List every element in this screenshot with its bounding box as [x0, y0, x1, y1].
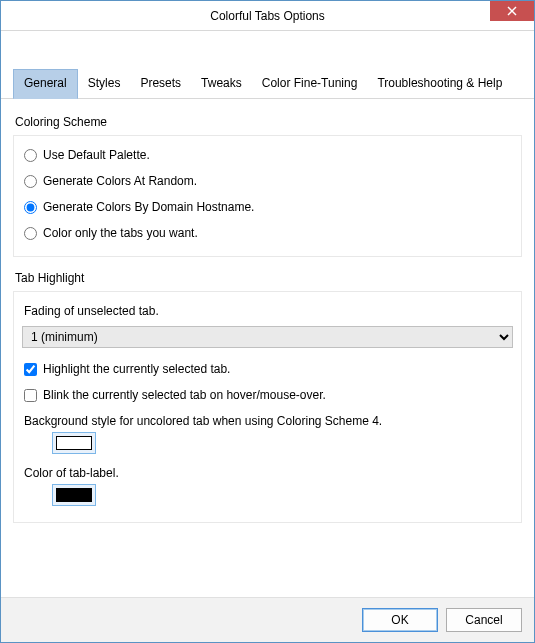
cancel-button[interactable]: Cancel: [446, 608, 522, 632]
tab-presets[interactable]: Presets: [130, 70, 191, 98]
fading-label: Fading of unselected tab.: [24, 304, 513, 318]
tab-highlight-group: Fading of unselected tab. 1 (minimum) Hi…: [13, 291, 522, 523]
highlight-selected-checkbox[interactable]: [24, 363, 37, 376]
coloring-scheme-legend: Coloring Scheme: [15, 115, 522, 129]
close-icon: [507, 6, 517, 16]
label-color-swatch-wrap[interactable]: [52, 484, 96, 506]
coloring-option-label[interactable]: Generate Colors At Random.: [43, 174, 197, 188]
coloring-option-label[interactable]: Color only the tabs you want.: [43, 226, 198, 240]
bg-style-label: Background style for uncolored tab when …: [24, 414, 513, 428]
content-area: Coloring Scheme Use Default Palette.Gene…: [1, 99, 534, 597]
options-dialog: Colorful Tabs Options GeneralStylesPrese…: [0, 0, 535, 643]
label-color-swatch: [56, 488, 92, 502]
dialog-footer: OK Cancel: [1, 597, 534, 642]
tab-troubleshooting-help[interactable]: Troubleshooting & Help: [367, 70, 512, 98]
coloring-option-radio[interactable]: [24, 227, 37, 240]
close-button[interactable]: [490, 1, 534, 21]
tab-tweaks[interactable]: Tweaks: [191, 70, 252, 98]
bg-style-swatch-wrap[interactable]: [52, 432, 96, 454]
coloring-option-radio[interactable]: [24, 149, 37, 162]
bg-style-swatch: [56, 436, 92, 450]
coloring-option-radio[interactable]: [24, 175, 37, 188]
fading-select[interactable]: 1 (minimum): [22, 326, 513, 348]
blink-hover-label[interactable]: Blink the currently selected tab on hove…: [43, 388, 326, 402]
titlebar: Colorful Tabs Options: [1, 1, 534, 31]
tab-highlight-legend: Tab Highlight: [15, 271, 522, 285]
label-color-label: Color of tab-label.: [24, 466, 513, 480]
highlight-selected-label[interactable]: Highlight the currently selected tab.: [43, 362, 230, 376]
window-title: Colorful Tabs Options: [210, 9, 325, 23]
tab-general[interactable]: General: [13, 69, 78, 99]
tab-bar: GeneralStylesPresetsTweaksColor Fine-Tun…: [1, 31, 534, 99]
tab-styles[interactable]: Styles: [78, 70, 131, 98]
coloring-option-radio[interactable]: [24, 201, 37, 214]
tab-color-fine-tuning[interactable]: Color Fine-Tuning: [252, 70, 368, 98]
ok-button[interactable]: OK: [362, 608, 438, 632]
blink-hover-checkbox[interactable]: [24, 389, 37, 402]
coloring-option-label[interactable]: Generate Colors By Domain Hostname.: [43, 200, 254, 214]
coloring-option-label[interactable]: Use Default Palette.: [43, 148, 150, 162]
coloring-scheme-group: Use Default Palette.Generate Colors At R…: [13, 135, 522, 257]
